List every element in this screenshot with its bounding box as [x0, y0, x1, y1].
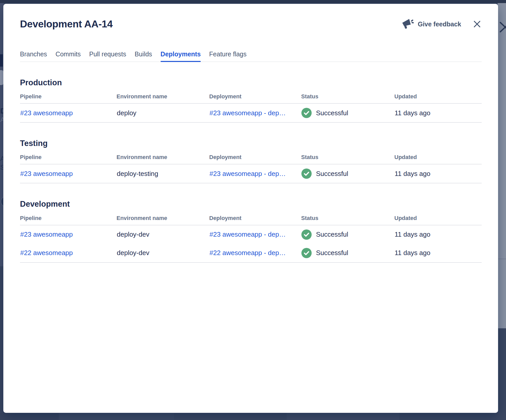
status-text: Successful	[316, 109, 348, 117]
pipeline-link[interactable]: #23 awesomeapp	[20, 230, 73, 238]
section-heading: Testing	[20, 139, 482, 148]
page-title: Development AA-14	[20, 18, 113, 30]
pipeline-link[interactable]: #22 awesomeapp	[20, 249, 73, 257]
tab-bar: Branches Commits Pull requests Builds De…	[20, 50, 482, 62]
section-heading: Production	[20, 78, 482, 87]
status-badge: Successful	[301, 169, 394, 179]
tab-commits[interactable]: Commits	[56, 50, 81, 61]
column-header-updated: Updated	[394, 211, 482, 225]
backdrop-right-sliver	[498, 3, 506, 328]
column-header-environment: Environment name	[117, 211, 209, 225]
tab-feature-flags[interactable]: Feature flags	[209, 50, 247, 61]
column-header-status: Status	[301, 89, 394, 103]
table-header-row: Pipeline Environment name Deployment Sta…	[20, 89, 482, 103]
column-header-deployment: Deployment	[209, 89, 301, 103]
column-header-pipeline: Pipeline	[20, 150, 117, 164]
backdrop-bottom-band	[0, 413, 506, 420]
give-feedback-button[interactable]: Give feedback	[402, 18, 461, 30]
updated-text: 11 days ago	[394, 225, 482, 244]
column-header-updated: Updated	[394, 89, 482, 103]
deployment-link[interactable]: #23 awesomeapp - dep…	[209, 170, 286, 177]
pipeline-link[interactable]: #23 awesomeapp	[20, 170, 73, 177]
section-testing: Testing Pipeline Environment name Deploy…	[20, 139, 482, 183]
section-heading: Development	[20, 199, 482, 209]
tab-pull-requests[interactable]: Pull requests	[89, 50, 126, 61]
column-header-deployment: Deployment	[209, 211, 301, 225]
status-badge: Successful	[301, 229, 394, 240]
section-development: Development Pipeline Environment name De…	[20, 199, 482, 262]
deployment-link[interactable]: #23 awesomeapp - dep…	[209, 109, 286, 117]
pipeline-link[interactable]: #23 awesomeapp	[20, 109, 73, 117]
deployment-link[interactable]: #23 awesomeapp - dep…	[209, 230, 286, 238]
column-header-updated: Updated	[394, 150, 482, 164]
check-circle-icon	[301, 108, 312, 118]
close-x-icon	[473, 20, 481, 28]
header-actions: Give feedback	[402, 18, 482, 30]
column-header-deployment: Deployment	[209, 150, 301, 164]
deployments-table: Pipeline Environment name Deployment Sta…	[20, 89, 482, 123]
column-header-pipeline: Pipeline	[20, 89, 117, 103]
status-text: Successful	[316, 230, 348, 238]
table-row: #23 awesomeapp deploy #23 awesomeapp - d…	[20, 103, 482, 122]
updated-text: 11 days ago	[394, 244, 482, 262]
section-production: Production Pipeline Environment name Dep…	[20, 78, 482, 123]
check-circle-icon	[301, 169, 312, 179]
backdrop-heading-fragment	[0, 54, 3, 67]
check-circle-icon	[301, 229, 312, 240]
environment-name: deploy-testing	[117, 164, 209, 183]
updated-text: 11 days ago	[394, 164, 482, 183]
environment-name: deploy-dev	[117, 244, 209, 262]
table-header-row: Pipeline Environment name Deployment Sta…	[20, 211, 482, 225]
deployment-link[interactable]: #22 awesomeapp - dep…	[209, 249, 286, 257]
column-header-environment: Environment name	[117, 89, 209, 103]
table-row: #23 awesomeapp deploy-testing #23 awesom…	[20, 164, 482, 183]
megaphone-icon	[402, 18, 414, 30]
column-header-status: Status	[301, 150, 394, 164]
deployments-modal: Development AA-14 Give feedback	[3, 4, 498, 413]
backdrop-button-fragment	[0, 70, 4, 85]
updated-text: 11 days ago	[394, 103, 482, 122]
modal-header: Development AA-14 Give feedback	[20, 18, 482, 30]
column-header-status: Status	[301, 211, 394, 225]
tab-branches[interactable]: Branches	[20, 50, 47, 61]
deployments-table: Pipeline Environment name Deployment Sta…	[20, 211, 482, 263]
table-row: #23 awesomeapp deploy-dev #23 awesomeapp…	[20, 225, 482, 244]
background-close-x-icon	[498, 20, 506, 34]
column-header-pipeline: Pipeline	[20, 211, 117, 225]
backdrop-top-bar	[0, 0, 506, 3]
status-text: Successful	[316, 170, 348, 178]
column-header-environment: Environment name	[117, 150, 209, 164]
environment-name: deploy	[117, 103, 209, 122]
close-button[interactable]	[472, 19, 482, 29]
status-text: Successful	[316, 249, 348, 257]
status-badge: Successful	[301, 108, 394, 118]
tab-deployments[interactable]: Deployments	[161, 50, 201, 61]
tab-builds[interactable]: Builds	[135, 50, 152, 61]
give-feedback-label: Give feedback	[418, 20, 461, 28]
table-row: #22 awesomeapp deploy-dev #22 awesomeapp…	[20, 244, 482, 262]
status-badge: Successful	[301, 248, 394, 258]
table-header-row: Pipeline Environment name Deployment Sta…	[20, 150, 482, 164]
deployments-table: Pipeline Environment name Deployment Sta…	[20, 150, 482, 183]
check-circle-icon	[301, 248, 312, 258]
environment-name: deploy-dev	[117, 225, 209, 244]
